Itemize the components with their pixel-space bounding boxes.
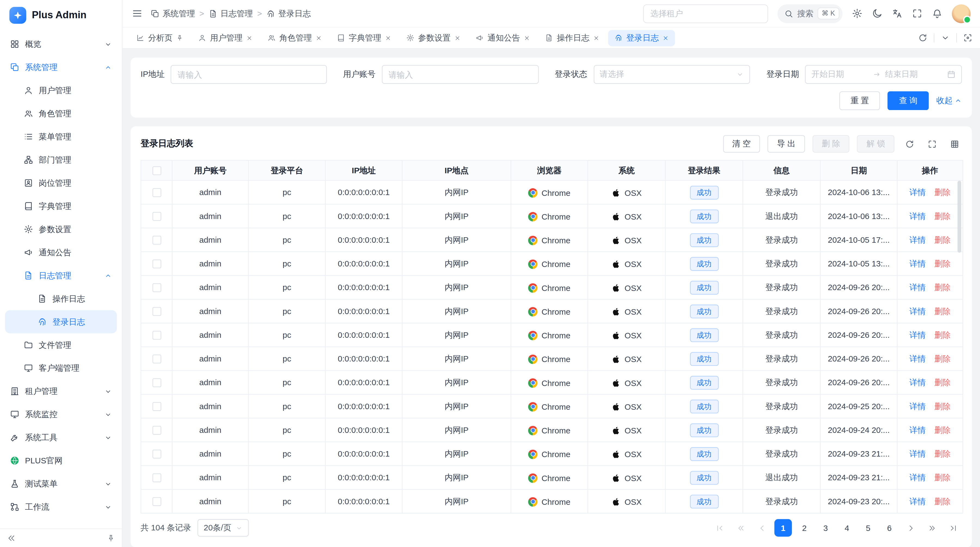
detail-link[interactable]: 详情 (910, 449, 926, 458)
next-page-button[interactable] (902, 519, 919, 537)
detail-link[interactable]: 详情 (910, 306, 926, 316)
delete-link[interactable]: 删除 (934, 330, 951, 339)
detail-link[interactable]: 详情 (910, 211, 926, 220)
collapse-filters-link[interactable]: 收起 (936, 95, 962, 106)
row-checkbox[interactable] (152, 188, 161, 197)
delete-button[interactable]: 删 除 (812, 135, 850, 153)
close-icon[interactable] (385, 35, 391, 41)
sidebar-item[interactable]: 角色管理 (5, 102, 117, 125)
chevron-down-icon[interactable] (940, 33, 950, 43)
page-button[interactable]: 2 (796, 519, 813, 537)
prev-page-button[interactable] (753, 519, 771, 537)
row-checkbox[interactable] (152, 236, 161, 245)
avatar[interactable] (952, 4, 971, 23)
fullscreen-icon[interactable] (924, 137, 939, 152)
delete-link[interactable]: 删除 (934, 282, 951, 292)
breadcrumb-item[interactable]: 系统管理 (151, 8, 195, 19)
delete-link[interactable]: 删除 (934, 306, 951, 316)
page-button[interactable]: 1 (775, 519, 792, 537)
tab[interactable]: 角色管理 (261, 30, 328, 46)
detail-link[interactable]: 详情 (910, 187, 926, 197)
row-checkbox[interactable] (152, 260, 161, 268)
detail-link[interactable]: 详情 (910, 330, 926, 339)
row-checkbox[interactable] (152, 426, 161, 435)
row-checkbox[interactable] (152, 498, 161, 506)
sidebar-item[interactable]: 工作流 (5, 495, 117, 518)
detail-link[interactable]: 详情 (910, 235, 926, 244)
page-size-select[interactable]: 20条/页 (197, 519, 248, 537)
delete-link[interactable]: 删除 (934, 401, 951, 410)
close-icon[interactable] (454, 35, 461, 41)
pin-sidebar-icon[interactable] (107, 534, 115, 542)
translate-icon[interactable] (892, 8, 902, 19)
sidebar-item[interactable]: 菜单管理 (5, 125, 117, 148)
tab[interactable]: 通知公告 (469, 30, 536, 46)
detail-link[interactable]: 详情 (910, 258, 926, 268)
sidebar-item[interactable]: 通知公告 (5, 241, 117, 264)
detail-link[interactable]: 详情 (910, 282, 926, 292)
sidebar-item[interactable]: 用户管理 (5, 79, 117, 102)
row-checkbox[interactable] (152, 450, 161, 458)
delete-link[interactable]: 删除 (934, 449, 951, 458)
grid-small-icon[interactable] (947, 137, 962, 152)
tab[interactable]: 分析页 (130, 30, 189, 46)
sidebar-item[interactable]: 字典管理 (5, 195, 117, 218)
delete-link[interactable]: 删除 (934, 187, 951, 197)
search-button[interactable]: 搜索 ⌘ K (777, 4, 843, 23)
scrollbar-track[interactable] (958, 181, 961, 512)
sidebar-item[interactable]: 登录日志 (5, 310, 117, 333)
sidebar-item[interactable]: 概览 (5, 32, 117, 56)
sidebar-item[interactable]: 客户端管理 (5, 357, 117, 380)
sidebar-item[interactable]: 租户管理 (5, 380, 117, 403)
export-button[interactable]: 导 出 (768, 135, 805, 153)
sidebar-item[interactable]: 测试菜单 (5, 472, 117, 495)
delete-link[interactable]: 删除 (934, 258, 951, 268)
breadcrumb-item[interactable]: 登录日志 (266, 8, 310, 19)
close-icon[interactable] (524, 35, 530, 41)
delete-link[interactable]: 删除 (934, 235, 951, 244)
close-icon[interactable] (247, 35, 253, 41)
sidebar-item[interactable]: 系统工具 (5, 426, 117, 449)
tab[interactable]: 参数设置 (400, 30, 467, 46)
sidebar-item[interactable]: 岗位管理 (5, 171, 117, 195)
tab[interactable]: 登录日志 (608, 30, 675, 46)
sidebar-item[interactable]: 参数设置 (5, 218, 117, 241)
tab[interactable]: 操作日志 (539, 30, 606, 46)
row-checkbox[interactable] (152, 402, 161, 411)
select-all-checkbox[interactable] (152, 166, 161, 175)
row-checkbox[interactable] (152, 284, 161, 292)
moon-icon[interactable] (872, 8, 883, 19)
sidebar-item[interactable]: PLUS官网 (5, 449, 117, 472)
tab[interactable]: 用户管理 (192, 30, 259, 46)
scrollbar-thumb[interactable] (958, 181, 961, 253)
query-button[interactable]: 查 询 (888, 91, 929, 110)
row-checkbox[interactable] (152, 307, 161, 316)
close-icon[interactable] (593, 35, 600, 41)
delete-link[interactable]: 删除 (934, 378, 951, 387)
sidebar-item[interactable]: 文件管理 (5, 333, 117, 357)
close-icon[interactable] (315, 35, 322, 41)
gear-icon[interactable] (852, 8, 862, 19)
clear-button[interactable]: 清 空 (723, 135, 760, 153)
last-page-button[interactable] (944, 519, 962, 537)
login-date-range[interactable]: 开始日期 结束日期 (805, 65, 962, 84)
detail-link[interactable]: 详情 (910, 473, 926, 482)
delete-link[interactable]: 删除 (934, 496, 951, 506)
row-checkbox[interactable] (152, 379, 161, 388)
sidebar-item[interactable]: 日志管理 (5, 264, 117, 287)
collapse-sidebar-icon[interactable] (7, 533, 16, 542)
first-page-button[interactable] (711, 519, 728, 537)
delete-link[interactable]: 删除 (934, 473, 951, 482)
delete-link[interactable]: 删除 (934, 354, 951, 363)
detail-link[interactable]: 详情 (910, 496, 926, 506)
breadcrumb-item[interactable]: 日志管理 (208, 8, 253, 19)
page-button[interactable]: 4 (838, 519, 856, 537)
refresh-icon[interactable] (902, 137, 917, 152)
row-checkbox[interactable] (152, 331, 161, 340)
sidebar-item[interactable]: 系统监控 (5, 403, 117, 426)
pin-icon[interactable] (176, 34, 183, 41)
screenshot-icon[interactable] (963, 33, 972, 43)
row-checkbox[interactable] (152, 355, 161, 364)
sidebar-item[interactable]: 操作日志 (5, 287, 117, 310)
jump-forward-button[interactable] (923, 519, 940, 537)
